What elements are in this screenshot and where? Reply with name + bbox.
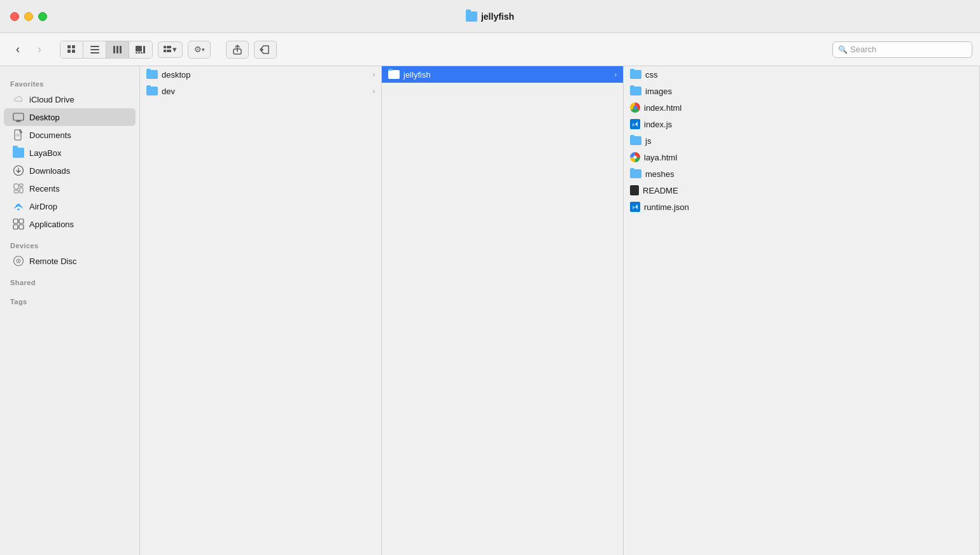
icloud-icon [13,94,24,105]
icon-view-button[interactable] [60,41,83,58]
file-item-laya-html[interactable]: laya.html [624,149,979,165]
close-button[interactable] [10,12,19,21]
sidebar-item-remote-disc[interactable]: Remote Disc [4,252,136,270]
sidebar-item-desktop[interactable]: Desktop [4,108,136,126]
svg-rect-8 [116,46,118,53]
column-view-button[interactable] [106,41,129,58]
title-bar: jellyfish [0,0,980,33]
folder-icon [13,147,24,158]
toolbar: ‹ › [0,33,980,66]
svg-rect-30 [20,184,23,186]
search-icon: 🔍 [838,45,848,54]
vscode-json-icon [630,202,640,212]
file-item-js[interactable]: js [624,132,979,149]
gallery-view-button[interactable] [129,41,152,58]
sidebar-item-downloads[interactable]: Downloads [4,162,136,179]
folder-icon [630,87,641,95]
tags-header: Tags [0,297,139,308]
sidebar-item-icloud-drive[interactable]: iCloud Drive [4,90,136,108]
airdrop-icon [13,200,24,212]
sidebar-item-applications[interactable]: Applications [4,215,136,233]
sidebar: Favorites iCloud Drive Desktop [0,66,140,555]
file-label: jellyfish [403,70,431,80]
svg-rect-15 [164,46,166,48]
svg-rect-17 [164,50,166,52]
file-item-dev[interactable]: dev › [140,83,381,99]
minimize-button[interactable] [24,12,33,21]
column-3: css images index.html [624,66,980,555]
file-label: desktop [162,70,191,80]
window-title-text: jellyfish [481,11,514,22]
file-item-index-js[interactable]: index.js [624,116,979,132]
maximize-button[interactable] [38,12,47,21]
file-item-css[interactable]: css [624,66,979,83]
svg-point-20 [262,49,263,50]
title-folder-icon [466,11,477,22]
laya-icon [630,152,640,162]
search-box[interactable]: 🔍 Search [832,41,972,58]
group-button[interactable]: ▾ [158,41,183,58]
svg-rect-9 [120,46,122,53]
svg-rect-36 [19,225,24,229]
file-item-index-html[interactable]: index.html [624,99,979,116]
svg-point-32 [18,209,20,211]
shared-header: Shared [0,278,139,289]
folder-icon [146,87,158,95]
disc-icon [13,255,24,267]
favorites-header: Favorites [0,79,139,90]
sidebar-item-label: AirDrop [29,202,57,211]
file-label: css [645,70,658,80]
tag-button[interactable] [254,41,277,59]
file-item-desktop[interactable]: desktop › [140,66,381,83]
vscode-icon [630,119,640,129]
file-item-jellyfish[interactable]: jellyfish › [382,66,623,83]
svg-rect-34 [19,219,24,223]
file-label: laya.html [644,153,677,162]
list-view-button[interactable] [83,41,106,58]
sidebar-item-label: Documents [29,130,71,140]
action-button[interactable]: ⚙ ▾ [188,41,211,59]
devices-header: Devices [0,241,139,252]
back-button[interactable]: ‹ [8,41,28,59]
sidebar-item-label: Downloads [29,166,70,176]
svg-rect-12 [138,52,140,53]
file-label: runtime.json [644,202,689,212]
file-label: dev [162,87,175,96]
chrome-icon [630,102,640,113]
sidebar-item-recents[interactable]: Recents [4,179,136,197]
file-label: README [643,186,678,195]
file-item-meshes[interactable]: meshes [624,165,979,182]
svg-rect-18 [167,50,171,52]
svg-rect-2 [67,50,71,53]
sidebar-item-airdrop[interactable]: AirDrop [4,197,136,215]
sidebar-item-label: Recents [29,184,60,193]
folder-icon [146,70,158,79]
sidebar-item-documents[interactable]: Documents [4,126,136,144]
desktop-icon [13,111,24,123]
svg-rect-23 [16,121,21,122]
file-item-readme[interactable]: README [624,182,979,199]
forward-button[interactable]: › [29,41,50,59]
sidebar-item-layabox[interactable]: LayaBox [4,144,136,162]
nav-buttons: ‹ › [8,41,50,59]
view-toggle [60,41,153,59]
file-item-runtime-json[interactable]: runtime.json [624,199,979,215]
svg-rect-3 [72,50,75,53]
group-dropdown-icon: ▾ [172,45,177,54]
share-button[interactable] [226,41,249,59]
sidebar-item-label: Desktop [29,113,60,122]
window-controls [10,12,47,21]
folder-icon [630,70,641,79]
svg-rect-16 [167,46,171,48]
file-label: index.js [644,120,672,129]
chevron-right-icon: › [615,71,617,78]
svg-rect-29 [14,190,18,193]
file-label: meshes [645,169,675,179]
file-label: images [645,87,672,96]
svg-rect-21 [13,113,24,120]
search-placeholder: Search [850,45,876,54]
folder-icon [388,70,400,79]
recents-icon [13,183,24,194]
file-item-images[interactable]: images [624,83,979,99]
svg-rect-33 [13,219,18,223]
